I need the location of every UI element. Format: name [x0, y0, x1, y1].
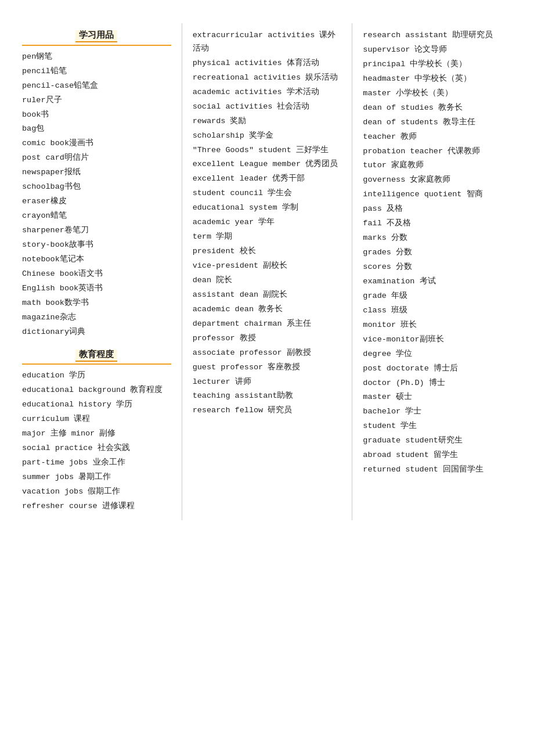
list-item: pen钢笔: [22, 51, 171, 64]
list-item: master 硕士: [363, 391, 512, 404]
list-item: story-book故事书: [22, 239, 171, 252]
list-item: post doctorate 博士后: [363, 362, 512, 376]
list-item: president 校长: [193, 245, 342, 258]
list-item: educational history 学历: [22, 398, 171, 412]
list-item: dean of studies 教务长: [363, 102, 512, 115]
list-item: fail 不及格: [363, 217, 512, 231]
list-item: master 小学校长（美）: [363, 87, 512, 100]
list-item: intelligence quotient 智商: [363, 188, 512, 201]
list-item: abroad student 留学生: [363, 449, 512, 462]
list-item: grade 年级: [363, 290, 512, 303]
list-item: social practice 社会实践: [22, 442, 171, 455]
list-item: curriculum 课程: [22, 413, 171, 426]
list-item: crayon蜡笔: [22, 210, 171, 223]
list-item: eraser橡皮: [22, 195, 171, 208]
list-item: research assistant 助理研究员: [363, 29, 512, 42]
column-2: extracurricular activities 课外活动physical …: [182, 23, 353, 520]
list-item: educational background 教育程度: [22, 384, 171, 397]
list-item: major 主修 minor 副修: [22, 427, 171, 441]
section-title-1-2: 教育程度: [22, 348, 171, 365]
list-item: physical activities 体育活动: [193, 57, 342, 70]
list-item: dean of students 教导主任: [363, 116, 512, 129]
column-3: research assistant 助理研究员supervisor 论文导师p…: [352, 23, 522, 520]
list-item: department chairman 系主任: [193, 318, 342, 331]
list-item: term 学期: [193, 231, 342, 244]
list-item: degree 学位: [363, 348, 512, 361]
list-item: part-time jobs 业余工作: [22, 456, 171, 470]
list-item: math book数学书: [22, 297, 171, 310]
list-item: dictionary词典: [22, 326, 171, 339]
list-item: academic year 学年: [193, 216, 342, 229]
list-item: headmaster 中学校长（英）: [363, 73, 512, 86]
list-item: supervisor 论文导师: [363, 44, 512, 57]
list-item: ruler尺子: [22, 94, 171, 107]
list-item: English book英语书: [22, 282, 171, 296]
list-item: student 学生: [363, 420, 512, 433]
list-item: academic dean 教务长: [193, 303, 342, 316]
list-item: assistant dean 副院长: [193, 289, 342, 302]
list-item: research fellow 研究员: [193, 404, 342, 417]
list-item: graduate student研究生: [363, 434, 512, 448]
list-item: lecturer 讲师: [193, 376, 342, 389]
list-item: educational system 学制: [193, 201, 342, 215]
list-item: teacher 教师: [363, 131, 512, 144]
list-item: associate professor 副教授: [193, 347, 342, 360]
list-item: academic activities 学术活动: [193, 86, 342, 99]
section-title-1-1: 学习用品: [22, 29, 171, 46]
list-item: examination 考试: [363, 275, 512, 289]
list-item: probation teacher 代课教师: [363, 145, 512, 159]
page-container: 学习用品pen钢笔pencil铅笔pencil-case铅笔盒ruler尺子bo…: [12, 23, 522, 520]
list-item: pencil铅笔: [22, 65, 171, 78]
list-item: governess 女家庭教师: [363, 174, 512, 187]
list-item: education 学历: [22, 369, 171, 383]
list-item: rewards 奖励: [193, 115, 342, 128]
list-item: vice-president 副校长: [193, 260, 342, 273]
list-item: scholarship 奖学金: [193, 129, 342, 143]
list-item: grades 分数: [363, 246, 512, 260]
list-item: vacation jobs 假期工作: [22, 485, 171, 499]
list-item: tutor 家庭教师: [363, 159, 512, 172]
list-item: magazine杂志: [22, 311, 171, 325]
list-item: sharpener卷笔刀: [22, 224, 171, 237]
list-item: comic book漫画书: [22, 137, 171, 150]
list-item: scores 分数: [363, 261, 512, 274]
column-1: 学习用品pen钢笔pencil铅笔pencil-case铅笔盒ruler尺子bo…: [12, 23, 182, 520]
list-item: post card明信片: [22, 152, 171, 165]
list-item: summer jobs 暑期工作: [22, 471, 171, 484]
list-item: social activities 社会活动: [193, 100, 342, 114]
list-item: schoolbag书包: [22, 181, 171, 194]
list-item: extracurricular activities 课外活动: [193, 29, 342, 56]
list-item: returned student 回国留学生: [363, 463, 512, 477]
list-item: dean 院长: [193, 274, 342, 287]
list-item: book书: [22, 109, 171, 122]
list-item: newspaper报纸: [22, 166, 171, 179]
list-item: pass 及格: [363, 203, 512, 216]
list-item: bag包: [22, 123, 171, 136]
list-item: recreational activities 娱乐活动: [193, 71, 342, 85]
list-item: bachelor 学士: [363, 405, 512, 419]
list-item: excellent League member 优秀团员: [193, 158, 342, 171]
list-item: marks 分数: [363, 232, 512, 245]
list-item: pencil-case铅笔盒: [22, 80, 171, 93]
list-item: teaching assistant助教: [193, 390, 342, 403]
list-item: refresher course 进修课程: [22, 500, 171, 513]
list-item: Chinese book语文书: [22, 268, 171, 281]
list-item: notebook笔记本: [22, 253, 171, 267]
list-item: student council 学生会: [193, 187, 342, 200]
list-item: guest professor 客座教授: [193, 361, 342, 375]
list-item: principal 中学校长（美）: [363, 58, 512, 71]
list-item: vice-monitor副班长: [363, 333, 512, 347]
list-item: class 班级: [363, 304, 512, 318]
list-item: professor 教授: [193, 332, 342, 345]
list-item: doctor (Ph.D) 博士: [363, 377, 512, 390]
list-item: monitor 班长: [363, 319, 512, 332]
list-item: "Three Goods" student 三好学生: [193, 144, 342, 157]
list-item: excellent leader 优秀干部: [193, 172, 342, 186]
